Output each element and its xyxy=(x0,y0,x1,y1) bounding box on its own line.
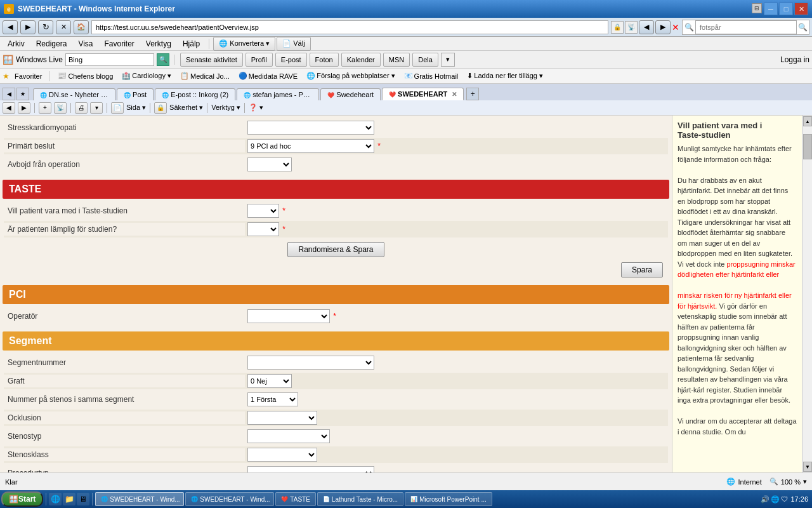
fav-gratis[interactable]: 📧 Gratis Hotmail xyxy=(400,70,462,81)
bing-input[interactable] xyxy=(65,53,154,66)
procedurtyp-select[interactable] xyxy=(247,466,374,472)
stenostyp-select[interactable] xyxy=(247,429,330,443)
scroll-up-btn[interactable]: ▲ xyxy=(803,116,812,126)
spara-button[interactable]: Spara xyxy=(621,262,663,277)
randomisera-button[interactable]: Randomisera & Spara xyxy=(287,242,384,257)
tray-icon3[interactable]: 🛡 xyxy=(781,495,788,503)
taskbar-item-0[interactable]: 🌐 SWEDEHEART - Wind... xyxy=(95,492,184,506)
highlight1: proppsugning minskar dödligheten efter h… xyxy=(678,260,796,279)
sakerhet-label[interactable]: Säkerhet ▾ xyxy=(169,104,203,112)
task-switcher[interactable]: ⊟ xyxy=(752,3,762,13)
taskbar-item-4[interactable]: 📊 Microsoft PowerPoint ... xyxy=(405,492,492,506)
stenosklass-select[interactable] xyxy=(247,448,317,462)
close-button[interactable]: ✕ xyxy=(794,3,808,15)
taskbar-item-3[interactable]: 📄 Lathund Taste - Micro... xyxy=(317,492,403,506)
address-input[interactable] xyxy=(91,20,608,34)
stresskardiomyopati-select[interactable] xyxy=(247,121,374,135)
page-btn[interactable]: 📄 xyxy=(111,102,124,114)
fav-chefens[interactable]: 📰 Chefens blogg xyxy=(54,70,117,81)
tab-dn[interactable]: 🌐 DN.se - Nyheter - D... xyxy=(33,88,115,100)
nav-forward-btn[interactable]: ▶ xyxy=(655,20,671,34)
menu-visa[interactable]: Visa xyxy=(73,38,98,50)
feeds-btn[interactable]: 📡 xyxy=(54,102,67,114)
valj-button[interactable]: 📄 Välj xyxy=(277,37,310,51)
konvertera-button[interactable]: 🌐 Konvertera ▾ xyxy=(213,37,275,51)
fav-medical[interactable]: 📋 Medical Jo... xyxy=(176,70,233,81)
forward-sec-btn[interactable]: ▶ xyxy=(18,102,30,114)
refresh-button[interactable]: ↻ xyxy=(38,20,53,34)
kalender-button[interactable]: Kalender xyxy=(341,53,381,67)
tab-swedeheart2[interactable]: ❤️ SWEDEHEART ✕ xyxy=(382,88,464,100)
stenos-select[interactable]: 1 Första xyxy=(247,392,298,406)
foton-button[interactable]: Foton xyxy=(310,53,339,67)
home-button[interactable]: 🏠 xyxy=(74,20,89,34)
tray-icon1[interactable]: 🔊 xyxy=(761,495,769,504)
sec-sep4 xyxy=(150,103,150,113)
clock[interactable]: 17:26 xyxy=(790,495,808,503)
explorer-quick-icon[interactable]: 📁 xyxy=(63,493,75,505)
security-btn[interactable]: 🔒 xyxy=(154,102,167,114)
back-sec-btn[interactable]: ◀ xyxy=(3,102,15,114)
tab-stefan[interactable]: 🌐 stefan james - PubM... xyxy=(237,88,319,100)
zoom-text: 100 % xyxy=(781,478,801,486)
avbojd-select[interactable] xyxy=(247,157,292,171)
add-btn[interactable]: + xyxy=(39,102,51,114)
dela-button[interactable]: Dela xyxy=(412,53,438,67)
scroll-thumb[interactable] xyxy=(803,134,812,159)
ie-quick-icon[interactable]: 🌐 xyxy=(49,493,62,505)
start-button[interactable]: 🪟 Start xyxy=(1,491,43,507)
epost-button[interactable]: E-post xyxy=(275,53,307,67)
taste-row1-select[interactable] xyxy=(247,204,279,218)
back-button[interactable]: ◀ xyxy=(3,20,18,34)
tab-close-icon[interactable]: ✕ xyxy=(452,91,457,98)
segmentnummer-select[interactable] xyxy=(247,356,374,370)
menu-redigera[interactable]: Redigera xyxy=(31,38,72,50)
tab-post[interactable]: 🌐 Post xyxy=(117,88,154,100)
graft-select[interactable]: 0 Nej xyxy=(247,374,292,388)
menu-favoriter[interactable]: Favoriter xyxy=(100,38,140,50)
zoom-dropdown-icon[interactable]: ▾ xyxy=(803,478,807,486)
other-quick-icon[interactable]: 🖥 xyxy=(77,493,89,505)
msn-button[interactable]: MSN xyxy=(383,53,410,67)
profil-button[interactable]: Profil xyxy=(246,53,273,67)
stop-nav-btn[interactable]: ✕ xyxy=(672,22,679,32)
tray-icon2[interactable]: 🌐 xyxy=(771,495,780,504)
senaste-button[interactable]: Senaste aktivitet xyxy=(180,53,243,67)
nav-back-btn[interactable]: ◀ xyxy=(639,20,654,34)
scrollbar[interactable]: ▲ ▼ xyxy=(802,116,812,472)
primartbeslut-select[interactable]: 9 PCI ad hoc xyxy=(247,139,374,153)
tab-swedeheart1[interactable]: ❤️ Swedeheart xyxy=(320,88,381,100)
scroll-down-btn[interactable]: ▼ xyxy=(803,462,812,472)
help-label[interactable]: ❓ ▾ xyxy=(249,104,263,112)
fav-ladda[interactable]: ⬇ Ladda ner fler tillägg ▾ xyxy=(463,70,547,81)
favorites-label[interactable]: Favoriter xyxy=(11,71,46,81)
maximize-button[interactable]: □ xyxy=(779,3,793,15)
bing-search-btn[interactable]: 🔍 xyxy=(157,53,169,66)
tab-fav-icon[interactable]: ★ xyxy=(16,88,29,100)
print-drop-btn[interactable]: ▾ xyxy=(90,102,103,114)
verktyg-label[interactable]: Verktyg ▾ xyxy=(211,104,240,112)
forward-button[interactable]: ▶ xyxy=(20,20,36,34)
menu-verktyg[interactable]: Verktyg xyxy=(141,38,176,50)
tab-left-btn[interactable]: ◀ xyxy=(3,88,15,100)
taskbar-item-2[interactable]: ❤️ TASTE xyxy=(275,492,315,506)
taste-row2-select[interactable] xyxy=(247,222,279,236)
search-input[interactable] xyxy=(695,20,797,34)
fav-cardiology[interactable]: 🏥 Cardiology ▾ xyxy=(118,70,175,81)
sida-label[interactable]: Sida ▾ xyxy=(126,104,146,112)
options-btn[interactable]: ▾ xyxy=(441,53,455,67)
taskbar-item-1[interactable]: 🌐 SWEDEHEART - Wind... xyxy=(185,492,274,506)
tab-epost[interactable]: 🌐 E-post :: Inkorg (2) xyxy=(155,88,235,100)
minimize-button[interactable]: ─ xyxy=(764,3,778,15)
new-tab-btn[interactable]: + xyxy=(466,88,479,100)
search-button[interactable]: 🔍 xyxy=(797,22,809,33)
fav-forslag[interactable]: 🌐 Förslag på webbplatser ▾ xyxy=(303,70,398,81)
menu-arkiv[interactable]: Arkiv xyxy=(3,38,30,50)
fav-medidata[interactable]: 🔵 Medidata RAVE xyxy=(235,70,301,81)
print-btn[interactable]: 🖨 xyxy=(75,102,88,114)
stop-button[interactable]: ✕ xyxy=(56,20,71,34)
menu-hjalp[interactable]: Hjälp xyxy=(178,38,205,50)
ocklusion-select[interactable] xyxy=(247,411,317,425)
logga-in-label[interactable]: Logga in xyxy=(780,55,809,64)
operator-select[interactable] xyxy=(247,309,330,323)
